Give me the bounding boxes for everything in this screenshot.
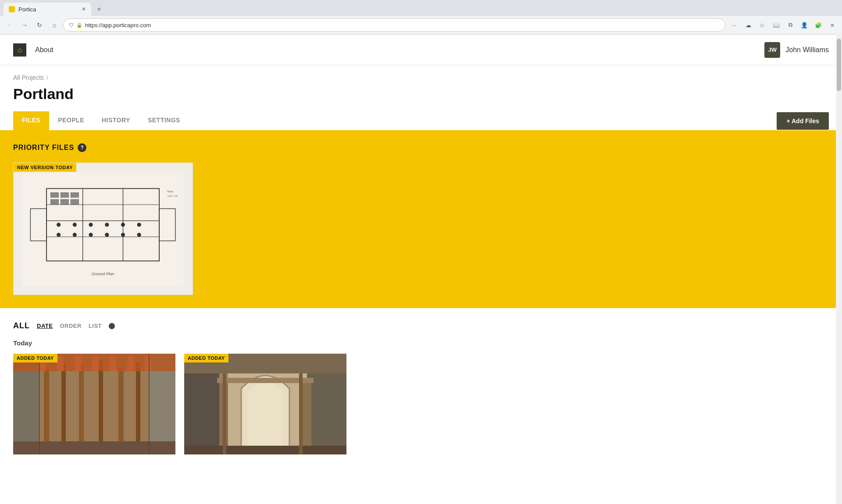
construction-photo-svg-2 bbox=[184, 354, 346, 454]
svg-rect-9 bbox=[71, 192, 79, 197]
file-card[interactable]: ADDED TODAY bbox=[13, 354, 175, 454]
svg-rect-46 bbox=[145, 356, 151, 371]
svg-rect-55 bbox=[303, 380, 311, 454]
forward-button[interactable]: → bbox=[18, 19, 31, 31]
tab-bar: Portica ✕ + bbox=[0, 0, 842, 16]
svg-rect-36 bbox=[99, 360, 103, 454]
user-section: JW John Williams bbox=[764, 42, 829, 58]
tab-history[interactable]: HISTORY bbox=[93, 111, 139, 130]
svg-rect-11 bbox=[61, 199, 69, 204]
group-title-today: Today bbox=[13, 339, 829, 347]
all-section: ALL DATE ORDER LIST Today ADDED TODAY bbox=[0, 308, 842, 468]
tab-close-button[interactable]: ✕ bbox=[82, 6, 86, 12]
add-files-button[interactable]: + Add Files bbox=[777, 112, 829, 130]
breadcrumb-all-projects[interactable]: All Projects bbox=[13, 74, 44, 81]
files-grid: ADDED TODAY bbox=[13, 354, 829, 454]
construction-photo-svg-1 bbox=[13, 354, 175, 454]
tab-view-icon[interactable]: ⧉ bbox=[784, 19, 796, 31]
browser-tab-active[interactable]: Portica ✕ bbox=[4, 3, 91, 16]
svg-point-19 bbox=[57, 233, 61, 237]
svg-point-14 bbox=[73, 223, 77, 227]
breadcrumb: All Projects / bbox=[0, 65, 842, 85]
svg-point-16 bbox=[105, 223, 109, 227]
priority-file-card[interactable]: NEW VERSION TODAY bbox=[13, 163, 193, 295]
svg-point-21 bbox=[89, 233, 93, 237]
priority-header: PRIORITY FILES ? bbox=[13, 143, 829, 152]
added-today-badge: ADDED TODAY bbox=[184, 354, 228, 362]
tab-settings[interactable]: SETTINGS bbox=[139, 111, 189, 130]
svg-rect-34 bbox=[61, 362, 66, 454]
svg-text:Notes: Notes bbox=[168, 190, 174, 193]
priority-files-grid: NEW VERSION TODAY bbox=[13, 163, 829, 295]
profile-icon[interactable]: 👤 bbox=[798, 19, 810, 31]
extensions-icon[interactable]: 🧩 bbox=[812, 19, 824, 31]
svg-point-18 bbox=[137, 223, 141, 227]
refresh-button[interactable]: ↻ bbox=[33, 19, 46, 31]
back-button[interactable]: ← bbox=[4, 19, 16, 31]
priority-files-section: PRIORITY FILES ? NEW VERSION TODAY bbox=[0, 130, 842, 308]
svg-point-15 bbox=[89, 223, 93, 227]
menu-icon[interactable]: ≡ bbox=[826, 19, 838, 31]
svg-text:Ground Plan: Ground Plan bbox=[92, 272, 114, 276]
app-nav: About bbox=[35, 46, 54, 54]
svg-point-20 bbox=[73, 233, 77, 237]
scrollbar[interactable] bbox=[836, 34, 842, 504]
svg-rect-45 bbox=[127, 356, 134, 371]
tab-files[interactable]: FILES bbox=[13, 111, 49, 130]
svg-rect-44 bbox=[110, 356, 116, 371]
svg-rect-7 bbox=[51, 192, 59, 197]
svg-rect-8 bbox=[61, 192, 69, 197]
address-bar-row: ← → ↻ ⌂ 🛡 🔒 https://app.porticapro.com ·… bbox=[0, 16, 842, 34]
svg-point-24 bbox=[137, 233, 141, 237]
view-toggle-dot[interactable] bbox=[109, 323, 115, 329]
sort-list[interactable]: LIST bbox=[89, 323, 102, 329]
address-bar[interactable]: 🛡 🔒 https://app.porticapro.com bbox=[63, 18, 725, 32]
pocket-icon[interactable]: ☁ bbox=[742, 19, 754, 31]
added-today-badge: ADDED TODAY bbox=[13, 354, 57, 362]
url-text: https://app.porticapro.com bbox=[85, 22, 151, 28]
svg-rect-38 bbox=[136, 362, 140, 454]
tab-people[interactable]: PEOPLE bbox=[49, 111, 93, 130]
svg-point-13 bbox=[57, 223, 61, 227]
blueprint-svg: Ground Plan Notes Scale 1:100 bbox=[22, 170, 183, 288]
svg-rect-58 bbox=[184, 446, 346, 454]
home-button[interactable]: ⌂ bbox=[48, 19, 61, 31]
page-title: Portland bbox=[0, 85, 842, 111]
user-name: John Williams bbox=[785, 46, 829, 54]
tab-title: Portica bbox=[18, 6, 36, 13]
page-content: All Projects / Portland FILES PEOPLE HIS… bbox=[0, 65, 842, 468]
svg-point-22 bbox=[105, 233, 109, 237]
svg-rect-42 bbox=[75, 356, 81, 371]
svg-rect-60 bbox=[299, 373, 303, 454]
svg-rect-47 bbox=[13, 441, 175, 454]
bookmark-icon[interactable]: ☆ bbox=[756, 19, 768, 31]
svg-rect-43 bbox=[92, 356, 99, 371]
browser-more-button[interactable]: ··· bbox=[728, 19, 740, 31]
scrollbar-thumb[interactable] bbox=[837, 39, 841, 91]
svg-point-23 bbox=[121, 233, 125, 237]
svg-rect-10 bbox=[51, 199, 59, 204]
priority-help-icon[interactable]: ? bbox=[78, 143, 86, 152]
tab-favicon bbox=[9, 6, 15, 12]
sort-date[interactable]: DATE bbox=[37, 323, 53, 329]
avatar[interactable]: JW bbox=[764, 42, 780, 58]
svg-rect-59 bbox=[223, 373, 226, 454]
reading-list-icon[interactable]: 📖 bbox=[770, 19, 782, 31]
breadcrumb-separator: / bbox=[46, 74, 48, 81]
new-version-badge: NEW VERSION TODAY bbox=[14, 163, 76, 172]
priority-title: PRIORITY FILES bbox=[13, 144, 74, 152]
nav-about[interactable]: About bbox=[35, 46, 54, 54]
browser-toolbar-icons: ··· ☁ ☆ 📖 ⧉ 👤 🧩 ≡ bbox=[728, 19, 838, 31]
new-tab-button[interactable]: + bbox=[93, 3, 105, 15]
browser-chrome: Portica ✕ + ← → ↻ ⌂ 🛡 🔒 https://app.port… bbox=[0, 0, 842, 35]
app-logo[interactable]: ⌂ bbox=[13, 43, 26, 57]
sort-order[interactable]: ORDER bbox=[60, 323, 81, 329]
security-icon: 🛡 bbox=[69, 22, 74, 28]
svg-rect-12 bbox=[71, 199, 79, 204]
all-title: ALL bbox=[13, 321, 30, 330]
lock-icon: 🔒 bbox=[76, 22, 82, 28]
file-card[interactable]: ADDED TODAY bbox=[184, 354, 346, 454]
all-header: ALL DATE ORDER LIST bbox=[13, 321, 829, 330]
tabs-bar: FILES PEOPLE HISTORY SETTINGS + Add File… bbox=[0, 111, 842, 130]
svg-rect-41 bbox=[57, 356, 64, 371]
